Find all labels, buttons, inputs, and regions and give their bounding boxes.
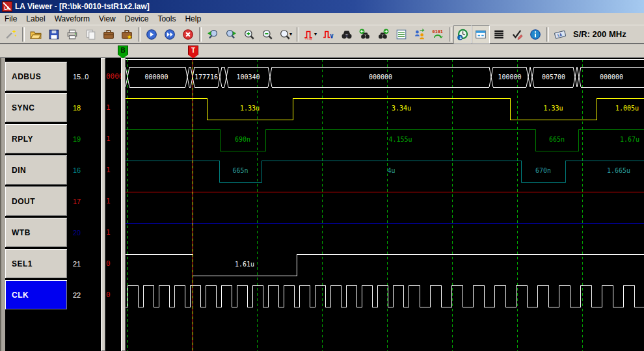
toolbar-separator: [22, 27, 25, 42]
start-acquisition-button[interactable]: [142, 25, 161, 44]
menu-view[interactable]: View: [94, 14, 120, 24]
print-icon: [66, 29, 78, 40]
time-ruler[interactable]: B T: [0, 44, 644, 58]
signal-button-clk[interactable]: CLK: [5, 280, 67, 309]
svg-text:V: V: [330, 33, 334, 40]
signal-bit-number: 20: [70, 218, 100, 247]
signal-name-label: WTB: [12, 228, 31, 237]
check-edit-icon: [511, 29, 523, 40]
waveform-sync[interactable]: 1.33u3.34u1.33u1.005u: [126, 98, 644, 120]
about-button[interactable]: [526, 25, 544, 44]
menu-label[interactable]: Label: [21, 14, 49, 24]
signal-button-rply[interactable]: RPLY: [5, 124, 67, 153]
signal-cursor-value: 0: [105, 249, 121, 278]
marker-b-flag[interactable]: B: [118, 46, 128, 58]
save-project-button[interactable]: [118, 25, 136, 44]
play-icon: [146, 29, 157, 40]
waveform-adbus[interactable]: 0000001777161003400000001000000057000000…: [126, 67, 644, 87]
svg-text:Trig: Trig: [305, 37, 312, 40]
pulse-v-icon: V: [323, 29, 334, 40]
menu-waveform[interactable]: Waveform: [50, 14, 94, 24]
binoculars-next-icon: [377, 29, 389, 40]
swap-users-icon: [414, 29, 425, 40]
print-button[interactable]: [63, 25, 81, 44]
open-file-button[interactable]: [27, 25, 45, 44]
fast-forward-icon: [164, 29, 176, 40]
waveform-sel1[interactable]: 1.61u: [126, 254, 644, 276]
signal-button-wtb[interactable]: WTB: [5, 218, 67, 247]
zoom-out-button[interactable]: [258, 25, 276, 44]
menu-help[interactable]: Help: [180, 14, 206, 24]
swap-labels-button[interactable]: [410, 25, 429, 44]
signal-cursor-value: 1: [105, 218, 121, 247]
menu-file[interactable]: File: [0, 14, 21, 24]
svg-text:177716: 177716: [195, 73, 218, 81]
stop-icon: [182, 29, 194, 40]
signal-button-sel1[interactable]: SEL1: [5, 249, 67, 278]
svg-text:1.61u: 1.61u: [235, 261, 254, 268]
signal-name-label: DOUT: [12, 197, 35, 206]
dropdown-arrow-icon[interactable]: ▾: [289, 31, 292, 37]
main-area: ADBUSSYNCRPLYDINDOUTWTBSEL1CLK 15..01819…: [0, 58, 644, 351]
toolbar-separator: [297, 27, 299, 42]
svg-text:000000: 000000: [369, 73, 392, 81]
search-next-button[interactable]: [374, 25, 392, 44]
threshold-voltage-button[interactable]: V: [319, 25, 338, 44]
svg-text:3.34u: 3.34u: [392, 105, 411, 112]
signal-button-adbus[interactable]: ADBUS: [5, 62, 67, 91]
signal-name-label: SYNC: [12, 103, 34, 112]
stop-acquisition-button[interactable]: [179, 25, 197, 44]
zoom-previous-button[interactable]: [204, 25, 222, 44]
copy-button[interactable]: [81, 25, 100, 44]
verify-button[interactable]: [508, 25, 526, 44]
toolbar-separator: [449, 27, 451, 42]
svg-text:4.155u: 4.155u: [388, 136, 412, 143]
zoom-select-button[interactable]: ▾: [276, 25, 295, 44]
menu-tools[interactable]: Tools: [153, 14, 180, 24]
svg-text:000000: 000000: [144, 73, 168, 81]
svg-text:100000: 100000: [498, 73, 521, 81]
line-view-button[interactable]: [490, 25, 508, 44]
signal-bit-number: 22: [70, 280, 100, 309]
waveform-canvas[interactable]: 0000001777161003400000001000000057000000…: [126, 58, 644, 351]
signal-button-sync[interactable]: SYNC: [5, 93, 67, 122]
column-splitter-2[interactable]: [121, 58, 126, 351]
signal-button-din[interactable]: DIN: [5, 155, 67, 185]
setup-wizard-button[interactable]: [2, 25, 20, 44]
timing-view-button[interactable]: i: [453, 25, 472, 44]
reload-data-button[interactable]: 0101: [429, 25, 447, 44]
la-device-icon: LA: [554, 29, 566, 40]
marker-t-flag[interactable]: T: [188, 46, 198, 58]
toolbar-separator: [199, 27, 202, 42]
trigger-settings-button[interactable]: Trig▾: [301, 25, 319, 44]
zoom-in-button[interactable]: [240, 25, 258, 44]
zoom-out-icon: [262, 29, 273, 40]
device-status-button[interactable]: LA: [551, 25, 569, 44]
column-splitter-1[interactable]: [101, 58, 105, 351]
folder-open-icon: [30, 29, 42, 40]
value-list-button[interactable]: [392, 25, 410, 44]
dropdown-arrow-icon[interactable]: ▾: [314, 31, 317, 37]
zoom-next-icon: [225, 29, 237, 40]
signal-bit-number: 17: [70, 187, 100, 216]
waveform-din[interactable]: 665n4u670n1.665u: [126, 161, 644, 182]
run-continuous-button[interactable]: [161, 25, 179, 44]
wand-icon: [5, 29, 17, 40]
menu-device[interactable]: Device: [120, 14, 154, 24]
search-previous-button[interactable]: [356, 25, 374, 44]
search-button[interactable]: [338, 25, 356, 44]
signal-button-dout[interactable]: DOUT: [5, 187, 67, 216]
value-table-icon: [396, 29, 407, 40]
waveform-rply[interactable]: 690n4.155u665n1.67u: [126, 129, 644, 151]
load-project-button[interactable]: [100, 25, 118, 44]
signal-bit-number: 15..0: [70, 62, 100, 91]
save-file-button[interactable]: [45, 25, 63, 44]
window-view-button[interactable]: [472, 25, 490, 44]
zoom-next-button[interactable]: [222, 25, 240, 44]
la-viewer-window: LA LA Viewer - [R:\bk-0010-tstR1x2.law] …: [0, 0, 644, 351]
signal-bit-number: 21: [70, 249, 100, 278]
signal-bit-number: 19: [70, 124, 100, 153]
svg-text:1.005u: 1.005u: [615, 105, 639, 112]
waveform-clk[interactable]: [126, 285, 644, 307]
signal-cursor-value: 1: [105, 93, 121, 122]
